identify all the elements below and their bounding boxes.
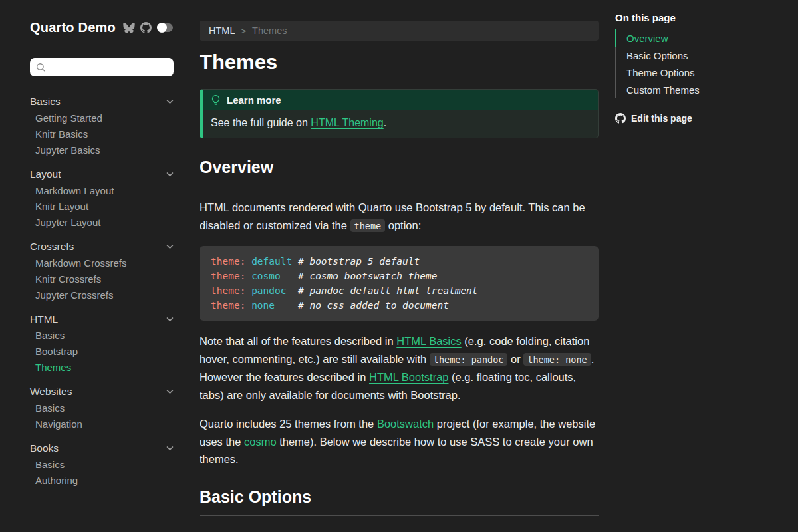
yaml-comment: # pandoc default html treatment [298,285,478,296]
breadcrumb-separator: > [241,26,246,36]
paragraph-text: or [507,353,523,365]
yaml-comment: # cosmo bootswatch theme [298,271,438,281]
sidebar-item-markdown-crossrefs[interactable]: Markdown Crossrefs [30,255,180,271]
breadcrumb: HTML > Themes [200,21,598,41]
paragraph-text: option: [385,219,421,231]
html-basics-link[interactable]: HTML Basics [396,335,462,347]
nav-section-label: Websites [30,386,72,398]
yaml-code-block: theme: default # bootstrap 5 default the… [200,246,598,321]
nav-section-label: Layout [30,168,61,180]
nav-section-websites: Websites Basics Navigation [30,384,180,432]
sidebar-item-getting-started[interactable]: Getting Started [30,110,180,126]
sidebar-item-themes[interactable]: Themes [30,359,180,375]
sidebar: Quarto Demo Basics Getting Started Knitr [0,0,200,532]
breadcrumb-themes: Themes [252,25,287,36]
overview-paragraph-1: HTML documents rendered with Quarto use … [200,199,598,235]
toc-item-overview[interactable]: Overview [615,29,798,47]
sidebar-item-navigation[interactable]: Navigation [30,416,180,432]
sidebar-header: Quarto Demo [30,20,180,35]
callout-header: Learn more [203,90,598,110]
basic-options-paragraph-1: Pandoc supports a set of basic metadata … [200,529,598,532]
toc-item-theme-options[interactable]: Theme Options [616,64,798,81]
callout-learn-more: Learn more See the full guide on HTML Th… [200,89,598,138]
toc-list: Overview Basic Options Theme Options Cus… [615,29,798,98]
html-theming-link[interactable]: HTML Theming [311,117,383,128]
sidebar-item-books-basics[interactable]: Basics [30,456,180,472]
nav-section-header-books[interactable]: Books [30,440,174,456]
lightbulb-icon [211,94,221,106]
sidebar-item-authoring[interactable]: Authoring [30,472,180,488]
nav-section-label: Crossrefs [30,241,74,253]
cosmo-link[interactable]: cosmo [244,436,277,448]
chevron-down-icon [166,172,174,177]
github-icon [615,113,626,124]
edit-this-page-link[interactable]: Edit this page [615,113,798,124]
nav-section-header-crossrefs[interactable]: Crossrefs [30,239,174,255]
nav-section-label: Books [30,442,59,454]
yaml-comment: # no css added to document [298,300,449,311]
nav-section-layout: Layout Markdown Layout Knitr Layout Jupy… [30,166,180,230]
sidebar-item-knitr-layout[interactable]: Knitr Layout [30,198,180,214]
sidebar-nav: Basics Getting Started Knitr Basics Jupy… [30,94,180,488]
chevron-down-icon [166,244,174,249]
nav-section-label: HTML [30,313,58,325]
nav-section-header-html[interactable]: HTML [30,311,174,327]
callout-title: Learn more [227,94,281,106]
overview-heading: Overview [200,158,598,186]
toc-item-custom-themes[interactable]: Custom Themes [616,81,798,98]
bluesky-butterfly-icon[interactable] [123,23,135,33]
sidebar-item-bootstrap[interactable]: Bootstrap [30,343,180,359]
toc-heading: On this page [615,12,798,23]
html-bootstrap-link[interactable]: HTML Bootstrap [369,371,449,383]
theme-none-inline-code: theme: none [523,353,591,366]
paragraph-text: Note that all of the features described … [200,335,396,347]
nav-section-header-basics[interactable]: Basics [30,94,174,110]
sidebar-item-jupyter-crossrefs[interactable]: Jupyter Crossrefs [30,287,180,303]
yaml-value: cosmo [251,269,292,283]
bootswatch-link[interactable]: Bootswatch [377,418,434,430]
sidebar-item-knitr-crossrefs[interactable]: Knitr Crossrefs [30,271,180,287]
yaml-key: theme: [211,256,245,267]
overview-paragraph-2: Note that all of the features described … [200,332,598,404]
sidebar-item-markdown-layout[interactable]: Markdown Layout [30,182,180,198]
sidebar-item-html-basics[interactable]: Basics [30,327,180,343]
header-icons [123,22,173,33]
toc-item-basic-options[interactable]: Basic Options [616,47,798,64]
sidebar-item-websites-basics[interactable]: Basics [30,400,180,416]
theme-pandoc-inline-code: theme: pandoc [430,353,508,366]
yaml-key: theme: [211,271,245,281]
sidebar-item-jupyter-layout[interactable]: Jupyter Layout [30,214,180,230]
github-icon[interactable] [140,22,152,33]
code-line: theme: none # no css added to document [211,298,587,313]
nav-section-header-layout[interactable]: Layout [30,166,174,182]
paragraph-text: Quarto includes 25 themes from the [200,418,377,430]
yaml-value: default [251,254,292,269]
yaml-comment: # bootstrap 5 default [298,256,420,267]
code-line: theme: cosmo # cosmo bootswatch theme [211,269,587,283]
callout-body: See the full guide on HTML Theming. [203,110,598,138]
basic-options-heading: Basic Options [200,487,598,516]
sidebar-item-jupyter-basics[interactable]: Jupyter Basics [30,142,180,158]
search-icon [36,63,46,72]
breadcrumb-html[interactable]: HTML [209,25,235,36]
code-line: theme: default # bootstrap 5 default [211,254,587,269]
yaml-value: pandoc [251,283,292,298]
page: Quarto Demo Basics Getting Started Knitr [0,0,798,532]
callout-text: See the full guide on [211,117,311,128]
search-box[interactable] [30,58,174,76]
nav-section-header-websites[interactable]: Websites [30,384,174,400]
yaml-key: theme: [211,285,245,296]
callout-text-suffix: . [384,117,386,128]
theme-inline-code: theme [350,219,386,232]
nav-section-label: Basics [30,96,61,108]
dark-mode-toggle[interactable] [157,23,173,32]
nav-section-html: HTML Basics Bootstrap Themes [30,311,180,375]
edit-this-page-label: Edit this page [631,113,692,124]
nav-section-books: Books Basics Authoring [30,440,180,488]
yaml-key: theme: [211,300,245,311]
chevron-down-icon [166,317,174,322]
toggle-knob [157,23,167,33]
search-input[interactable] [50,62,168,73]
sidebar-item-knitr-basics[interactable]: Knitr Basics [30,126,180,142]
site-title[interactable]: Quarto Demo [30,20,116,35]
